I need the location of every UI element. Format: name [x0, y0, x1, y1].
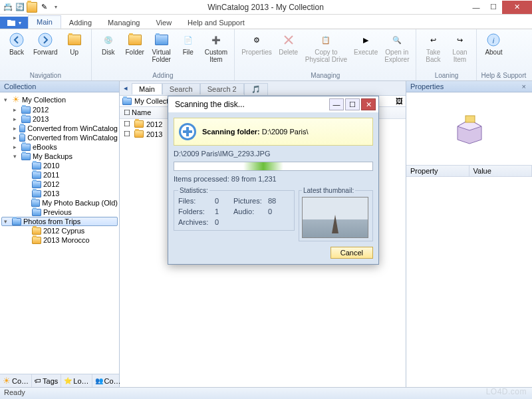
- breadcrumb-icon: [122, 98, 132, 105]
- qat-folder-icon[interactable]: [27, 2, 37, 13]
- qat-dropdown-icon[interactable]: ▾: [51, 2, 61, 13]
- ribbon-group-label: Navigation: [4, 72, 87, 80]
- ribbon-group-managing: ⚙Properties Delete 📋Copy to Physical Dri…: [235, 29, 416, 80]
- svg-point-0: [10, 33, 23, 47]
- bottom-tab-tags[interactable]: 🏷Tags: [32, 374, 61, 387]
- tree-node[interactable]: ▸2012: [1, 105, 118, 114]
- tree-node[interactable]: 2010: [1, 161, 118, 170]
- tab-main[interactable]: Main: [132, 83, 162, 94]
- collection-bottom-tabs: ☀Co… 🏷Tags ⭐Lo… 👥Co…: [0, 374, 119, 387]
- maximize-button[interactable]: ☐: [485, 1, 502, 14]
- statistics-box: Statistics: Files:0 Pictures:88 Folders:…: [174, 187, 295, 231]
- tree-root[interactable]: ▾☀My Collection: [1, 94, 118, 105]
- svg-rect-10: [183, 130, 192, 133]
- close-button[interactable]: ✕: [502, 1, 532, 14]
- back-button[interactable]: Back: [4, 31, 29, 57]
- qat-back-icon[interactable]: 🔄: [15, 2, 25, 13]
- minimize-button[interactable]: —: [467, 1, 485, 14]
- tab-search2[interactable]: Search 2: [200, 83, 244, 94]
- tree-node[interactable]: ▾Photos from Trips: [1, 217, 118, 226]
- properties-preview: [406, 92, 532, 166]
- ribbon-group-adding: 💿Disk Folder Virtual Folder 📄File ➕Custo…: [92, 29, 235, 80]
- app-icon: 📇: [3, 2, 13, 13]
- tab-search[interactable]: Search: [162, 83, 200, 94]
- tab-music[interactable]: 🎵: [244, 83, 268, 95]
- forward-button[interactable]: Forward: [31, 31, 61, 57]
- tree-node[interactable]: ▸eBooks: [1, 142, 118, 152]
- dialog-close-button[interactable]: ✕: [361, 98, 376, 110]
- collection-header: Collection: [0, 81, 119, 92]
- take-back-button[interactable]: ↩Take Back: [420, 31, 446, 65]
- up-button[interactable]: Up: [62, 31, 87, 57]
- virtual-folder-button[interactable]: Virtual Folder: [149, 31, 174, 65]
- scan-folder-path: D:\2009 Paris\: [262, 128, 309, 136]
- bottom-tab-locations[interactable]: ⭐Lo…: [61, 374, 92, 387]
- watermark: LO4D.com: [486, 387, 527, 396]
- statusbar: Ready: [0, 387, 532, 399]
- breadcrumb-thumb-icon[interactable]: 🖼: [396, 97, 403, 105]
- window-controls: — ☐ ✕: [467, 1, 532, 14]
- scan-banner: Scanning folder: D:\2009 Paris\: [174, 118, 373, 146]
- tab-nav-left[interactable]: ◂: [120, 84, 132, 92]
- file-tab[interactable]: ▾: [0, 17, 28, 29]
- disk-button[interactable]: 💿Disk: [96, 31, 121, 65]
- folder-button[interactable]: Folder: [122, 31, 148, 65]
- properties-header: Properties×: [406, 81, 532, 92]
- copy-button[interactable]: 📋Copy to Physical Drive: [303, 31, 350, 65]
- plus-circle-icon: [178, 122, 197, 141]
- ribbon-tab-adding[interactable]: Adding: [61, 17, 100, 29]
- latest-thumbnail: [302, 197, 368, 238]
- ribbon-tab-help[interactable]: Help and Support: [180, 17, 253, 29]
- ribbon-group-loaning: ↩Take Back ↪Loan Item Loaning: [416, 29, 477, 80]
- tree-node[interactable]: 2012 Cyprus: [1, 226, 118, 235]
- properties-close-icon[interactable]: ×: [520, 82, 528, 90]
- center-tabs: ◂ Main Search Search 2 🎵: [120, 81, 406, 96]
- dialog-minimize-button[interactable]: —: [329, 98, 344, 110]
- scanning-dialog: Scanning the disk... — ☐ ✕ Scanning fold…: [168, 96, 379, 265]
- thumbnail-box: Latest thumbnail:: [299, 187, 373, 241]
- dialog-title: Scanning the disk...: [175, 100, 328, 109]
- dialog-titlebar[interactable]: Scanning the disk... — ☐ ✕: [168, 96, 378, 112]
- tree-node[interactable]: ▸Converted from WinCatalog: [1, 133, 118, 142]
- box-icon: [454, 113, 485, 145]
- open-explorer-button[interactable]: 🔍Open in Explorer: [382, 31, 412, 65]
- ribbon-tab-view[interactable]: View: [148, 17, 180, 29]
- collection-tree[interactable]: ▾☀My Collection▸2012▸2013▸Converted from…: [0, 92, 119, 374]
- tree-node[interactable]: 2011: [1, 170, 118, 180]
- properties-button[interactable]: ⚙Properties: [239, 31, 275, 65]
- svg-point-1: [39, 33, 52, 47]
- properties-panel: Properties× Property Value: [406, 81, 532, 387]
- ribbon-tabs: ▾ Main Adding Managing View Help and Sup…: [0, 15, 532, 29]
- collection-panel: Collection ▾☀My Collection▸2012▸2013▸Con…: [0, 81, 120, 387]
- svg-rect-6: [466, 116, 475, 122]
- tree-node[interactable]: 2013 Morocco: [1, 235, 118, 245]
- tree-node[interactable]: ▸Converted from WinCatalog: [1, 124, 118, 133]
- ribbon-tab-managing[interactable]: Managing: [100, 17, 148, 29]
- qat-edit-icon[interactable]: ✎: [39, 2, 49, 13]
- about-button[interactable]: iAbout: [481, 31, 506, 57]
- loan-item-button[interactable]: ↪Loan Item: [447, 31, 472, 65]
- bottom-tab-collection[interactable]: ☀Co…: [0, 374, 32, 387]
- col-name: Name: [132, 108, 172, 117]
- ribbon-tab-main[interactable]: Main: [28, 15, 61, 29]
- qat: 📇 🔄 ✎ ▾: [0, 2, 64, 13]
- col-value[interactable]: Value: [469, 166, 533, 176]
- dialog-maximize-button[interactable]: ☐: [345, 98, 360, 110]
- current-file: D:\2009 Paris\IMG_2293.JPG: [174, 150, 373, 158]
- tree-node[interactable]: 2012: [1, 180, 118, 189]
- window-title: WinCatalog 2013 - My Collection: [64, 3, 467, 12]
- col-property[interactable]: Property: [406, 166, 469, 176]
- tree-node[interactable]: Previous: [1, 207, 118, 217]
- custom-item-button[interactable]: ➕Custom Item: [202, 31, 230, 65]
- tree-node[interactable]: 2013: [1, 189, 118, 198]
- tree-node[interactable]: My Photo Backup (Old): [1, 198, 118, 207]
- ribbon-group-navigation: Back Forward Up Navigation: [0, 29, 92, 80]
- ribbon-group-help: iAbout Help & Support: [477, 29, 530, 80]
- execute-button[interactable]: ▶Execute: [351, 31, 380, 65]
- tree-node[interactable]: ▾My Backups: [1, 152, 118, 161]
- tree-node[interactable]: ▸2013: [1, 114, 118, 124]
- delete-button[interactable]: Delete: [276, 31, 301, 65]
- cancel-button[interactable]: Cancel: [331, 247, 373, 259]
- ribbon: Back Forward Up Navigation 💿Disk Folder …: [0, 29, 532, 81]
- file-button[interactable]: 📄File: [176, 31, 201, 65]
